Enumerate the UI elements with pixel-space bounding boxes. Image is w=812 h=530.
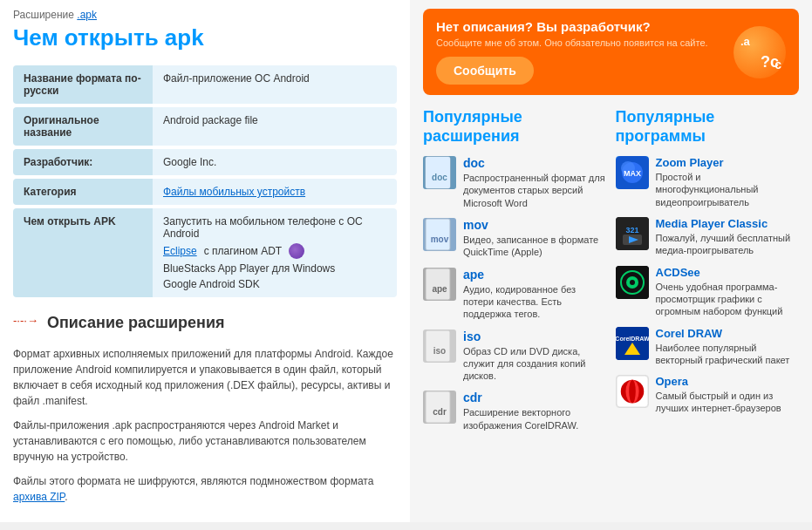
mov-link[interactable]: mov [463,218,607,232]
iso-icon: iso [423,330,456,363]
ape-icon: ape [423,268,456,301]
list-item: 321 Media Player Classic Пожалуй, лучший… [616,217,800,257]
list-item: Запустить на мобильном телефоне с ОС And… [163,215,386,240]
list-item: Google Android SDK [163,278,386,290]
description-section: -·-·→ Описание расширения Формат архивны… [13,314,397,505]
banner-subtitle: Сообщите мне об этом. Оно обязательно по… [436,37,725,48]
list-item: iso iso Образ CD или DVD диска, служит д… [423,330,607,383]
programs-list: MAX Zoom Player Простой и многофункциона… [616,156,800,415]
mov-icon: mov [423,218,456,251]
list-item: doc doc Распространенный формат для доку… [423,156,607,209]
zoom-player-icon: MAX [616,156,649,189]
popular-extensions-title: Популярные расширения [423,108,607,146]
description-para1: Формат архивных исполняемых приложений д… [13,346,397,409]
category-link[interactable]: Файлы мобильных устройств [163,186,305,198]
svg-text:CorelDRAW: CorelDRAW [616,336,649,342]
svg-text:iso: iso [433,346,446,356]
page-title: Чем открыть apk [13,24,397,51]
extensions-list: doc doc Распространенный формат для доку… [423,156,607,431]
iso-link[interactable]: iso [463,330,607,343]
table-row: Категория Файлы мобильных устройств [13,179,397,205]
cdr-icon: cdr [423,391,456,424]
acdsee-link[interactable]: ACDSee [656,266,800,279]
svg-text:ape: ape [432,284,447,294]
ape-link[interactable]: ape [463,268,607,282]
description-para3: Файлы этого формата не шифруются, являют… [13,473,397,505]
popular-programs-col: Популярные программы MAX Zoom [616,108,800,431]
opera-link[interactable]: Opera [656,375,800,388]
doc-link[interactable]: doc [463,156,607,170]
banner-title: Нет описания? Вы разработчик? [436,19,725,34]
coreldraw-icon: CorelDRAW [616,327,649,360]
mpc-icon: 321 [616,217,649,250]
list-item: Eclipse с плагином ADT [163,243,386,259]
list-item: ape ape Аудио, кодированное без потери к… [423,268,607,321]
popular-section: Популярные расширения doc doc Ра [423,108,799,431]
doc-icon: doc [423,156,456,189]
eclipse-icon [289,243,304,259]
opera-icon [616,375,649,408]
table-row: Разработчик: Google Inc. [13,149,397,175]
banner-button[interactable]: Сообщить [436,57,534,85]
table-row: Название формата по-русски Файл-приложен… [13,65,397,104]
list-item: BlueStacks App Player для Windows [163,262,386,275]
list-item: Opera Самый быстрый и один из лучших инт… [616,375,800,415]
svg-text:321: 321 [625,226,638,234]
svg-text:MAX: MAX [624,169,641,178]
svg-text:mov: mov [431,234,449,244]
arrow-icon: -·-·→ [13,314,38,327]
list-item: mov mov Видео, записанное в формате Quic… [423,218,607,259]
description-para2: Файлы-приложения .apk распространяются ч… [13,418,397,465]
info-table: Название формата по-русски Файл-приложен… [13,62,397,301]
list-item: MAX Zoom Player Простой и многофункциона… [616,156,800,208]
list-item: CorelDRAW Corel DRAW Наиболее популярный… [616,327,800,367]
svg-text:doc: doc [432,173,447,182]
open-with-list: Запустить на мобильном телефоне с ОС And… [163,215,386,290]
table-row: Чем открыть APK Запустить на мобильном т… [13,208,397,297]
svg-point-22 [630,280,635,285]
cdr-link[interactable]: cdr [463,391,607,404]
zip-link[interactable]: архива ZIP [13,491,65,503]
acdsee-icon [616,266,649,299]
popular-programs-title: Популярные программы [616,108,800,146]
svg-point-29 [629,380,636,404]
mpc-link[interactable]: Media Player Classic [656,217,800,230]
table-row: Оригинальное название Android package fi… [13,107,397,146]
list-item: ACDSee Очень удобная программа-просмотрщ… [616,266,800,318]
zoom-player-link[interactable]: Zoom Player [656,156,800,169]
eclipse-link[interactable]: Eclipse [163,245,197,257]
list-item: cdr cdr Расширение векторного изображени… [423,391,607,431]
description-title: Описание расширения [47,314,225,332]
breadcrumb-link[interactable]: .apk [77,9,97,21]
banner-icon: .a ?c [734,26,786,78]
popular-extensions-col: Популярные расширения doc doc Ра [423,108,607,431]
svg-text:cdr: cdr [433,407,447,417]
breadcrumb: Расширение .apk [13,9,397,21]
coreldraw-link[interactable]: Corel DRAW [656,327,800,340]
orange-banner: Нет описания? Вы разработчик? Сообщите м… [423,9,799,95]
